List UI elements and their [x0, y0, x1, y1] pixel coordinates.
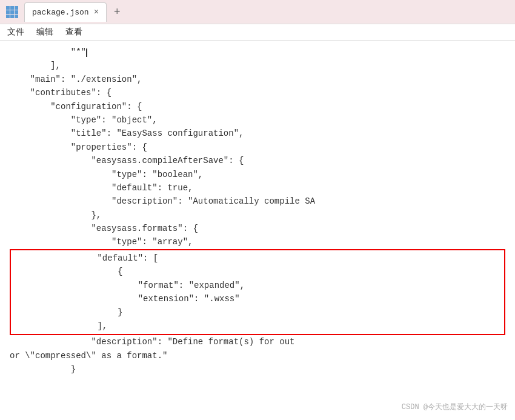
menu-view[interactable]: 查看 — [65, 27, 82, 38]
code-line: "main": "./extension", — [0, 73, 515, 86]
code-line: ], — [0, 59, 515, 72]
highlight-line: } — [11, 305, 504, 319]
highlight-line: { — [11, 265, 504, 278]
new-tab-button[interactable]: + — [109, 5, 125, 18]
code-line: "easysass.formats": { — [0, 222, 515, 235]
code-line: "title": "EasySass configuration", — [0, 127, 515, 140]
highlight-line: "format": "expanded", — [11, 279, 504, 292]
file-tab[interactable]: package.json × — [24, 2, 107, 22]
code-line: "type": "object", — [0, 113, 515, 127]
highlight-region: "default": [ { "format": "expanded", "ex… — [10, 249, 505, 335]
highlight-line: "default": [ — [11, 252, 504, 265]
code-line: }, — [0, 208, 515, 222]
code-line: "description": "Automatically compile SA — [0, 195, 515, 208]
watermark: CSDN @今天也是爱大大的一天呀 — [402, 402, 508, 412]
code-line: "contributes": { — [0, 86, 515, 99]
code-line: or \"compressed\" as a format." — [0, 349, 515, 362]
tab-label: package.json — [32, 8, 89, 17]
code-line: } — [0, 362, 515, 376]
code-line: "properties": { — [0, 141, 515, 154]
code-line: "easysass.compileAfterSave": { — [0, 154, 515, 167]
code-line: "configuration": { — [0, 100, 515, 113]
code-editor: "*" ], "main": "./extension", "contribut… — [0, 41, 515, 417]
title-bar: package.json × + — [0, 0, 515, 24]
code-line: "type": "boolean", — [0, 168, 515, 181]
app-icon — [5, 5, 19, 19]
highlight-line: ], — [11, 319, 504, 333]
menu-file[interactable]: 文件 — [7, 27, 24, 38]
menu-bar: 文件 编辑 查看 — [0, 24, 515, 41]
code-line: "default": true, — [0, 181, 515, 195]
highlight-line: "extension": ".wxss" — [11, 292, 504, 305]
code-line: "type": "array", — [0, 235, 515, 248]
code-line: "*" — [0, 45, 515, 59]
code-line: "description": "Define format(s) for out — [0, 335, 515, 348]
menu-edit[interactable]: 编辑 — [36, 27, 53, 38]
tab-close-button[interactable]: × — [94, 7, 99, 17]
